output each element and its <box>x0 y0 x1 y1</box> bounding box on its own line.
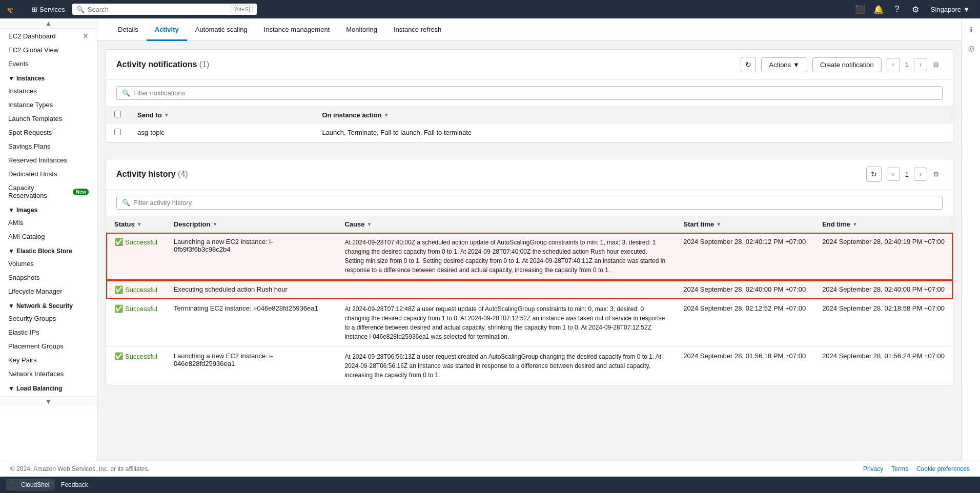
sidebar-item-network-interfaces[interactable]: Network Interfaces <box>0 367 97 381</box>
copyright-text: © 2024, Amazon Web Services, Inc. or its… <box>10 465 150 473</box>
description-cell: Executing scheduled action Rush hour <box>166 280 337 299</box>
region-label: Singapore <box>931 6 961 13</box>
actions-button[interactable]: Actions ▼ <box>761 57 807 72</box>
terms-link[interactable]: Terms <box>891 465 908 473</box>
sidebar-item-events[interactable]: Events <box>0 57 97 71</box>
sidebar-item-elastic-ips[interactable]: Elastic IPs <box>0 325 97 339</box>
footer: © 2024, Amazon Web Services, Inc. or its… <box>0 461 980 477</box>
table-row: ✅SuccessfulLaunching a new EC2 instance:… <box>106 347 953 385</box>
help-icon[interactable]: ? <box>890 2 904 16</box>
on-instance-action-cell: Launch, Terminate, Fail to launch, Fail … <box>314 124 953 142</box>
sidebar-item-instance-types[interactable]: Instance Types <box>0 98 97 112</box>
aws-logo[interactable]: aws <box>6 4 23 14</box>
sidebar-item-ami-catalog[interactable]: AMI Catalog <box>0 230 97 243</box>
start-time-cell: 2024 September 28, 02:40:00 PM +07:00 <box>675 280 814 299</box>
privacy-link[interactable]: Privacy <box>863 465 883 473</box>
tab-instance-refresh[interactable]: Instance refresh <box>385 18 450 41</box>
sidebar-item-ec2-global-view[interactable]: EC2 Global View <box>0 43 97 57</box>
search-input[interactable] <box>88 6 228 13</box>
table-settings-icon[interactable]: ⚙ <box>929 58 943 71</box>
sidebar-item-key-pairs[interactable]: Key Pairs <box>0 353 97 367</box>
description-cell: Launching a new EC2 instance: i-046e828f… <box>166 347 337 385</box>
close-icon[interactable]: ✕ <box>83 32 89 40</box>
sidebar-item-reserved-instances[interactable]: Reserved Instances <box>0 153 97 167</box>
next-page-button[interactable]: › <box>914 58 927 71</box>
sidebar-item-dedicated-hosts[interactable]: Dedicated Hosts <box>0 167 97 181</box>
services-button[interactable]: ⊞ Services <box>29 4 68 15</box>
activity-history-header: Activity history (4) ↻ ‹ 1 › ⚙ <box>106 159 953 190</box>
prev-page-button[interactable]: ‹ <box>887 58 900 71</box>
activity-history-refresh-button[interactable]: ↻ <box>866 167 882 182</box>
sidebar-section-load-balancing[interactable]: ▼ Load Balancing <box>0 381 97 394</box>
table-row: ✅SuccessfulLaunching a new EC2 instance:… <box>106 233 953 280</box>
filter-notifications-input[interactable] <box>133 89 937 97</box>
filter-history-input[interactable] <box>133 199 937 207</box>
history-table: Status ▼ Description ▼ <box>106 216 953 385</box>
sidebar-item-ec2-dashboard[interactable]: EC2 Dashboard ✕ <box>0 29 97 43</box>
sidebar-item-volumes[interactable]: Volumes <box>0 257 97 271</box>
cloudshell-nav-icon[interactable]: ⬛ <box>853 2 867 16</box>
svg-text:aws: aws <box>7 7 13 10</box>
sidebar-scroll-down[interactable]: ▼ <box>0 396 97 406</box>
global-search-bar[interactable]: 🔍 [Alt+S] <box>72 4 257 15</box>
on-instance-action-header: On instance action ▼ <box>314 107 953 124</box>
sidebar-item-snapshots[interactable]: Snapshots <box>0 271 97 284</box>
description-cell: Launching a new EC2 instance: i-0fb9f3f6… <box>166 233 337 280</box>
sidebar-events-label: Events <box>8 60 29 68</box>
page-number: 1 <box>902 171 912 178</box>
sidebar-item-placement-groups[interactable]: Placement Groups <box>0 339 97 353</box>
filter-history-input-container[interactable]: 🔍 <box>116 196 943 210</box>
table-settings-icon[interactable]: ⚙ <box>929 168 943 181</box>
feedback-button[interactable]: Feedback <box>61 481 88 488</box>
region-selector[interactable]: Singapore ▼ <box>927 4 974 15</box>
sidebar-item-launch-templates[interactable]: Launch Templates <box>0 112 97 126</box>
sidebar-ec2-global-view-label: EC2 Global View <box>8 46 58 54</box>
sidebar-item-instances[interactable]: Instances <box>0 84 97 98</box>
notifications-pagination: ‹ 1 › ⚙ <box>887 58 943 71</box>
sort-arrow-icon: ▼ <box>366 221 372 227</box>
info-icon[interactable]: ℹ <box>964 23 978 37</box>
sidebar-item-capacity-reservations[interactable]: Capacity Reservations New <box>0 181 97 202</box>
end-time-cell: 2024 September 28, 02:40:00 PM +07:00 <box>814 280 953 299</box>
tab-instance-management[interactable]: Instance management <box>256 18 338 41</box>
sidebar-section-images[interactable]: ▼ Images <box>0 202 97 216</box>
sidebar-item-savings-plans[interactable]: Savings Plans <box>0 139 97 153</box>
next-page-button[interactable]: › <box>914 168 927 181</box>
select-all-header <box>106 107 129 124</box>
tab-details[interactable]: Details <box>110 18 147 41</box>
tab-automatic-scaling[interactable]: Automatic scaling <box>187 18 256 41</box>
sidebar-section-instances[interactable]: ▼ Instances <box>0 71 97 84</box>
sidebar: ▲ EC2 Dashboard ✕ EC2 Global View Events… <box>0 18 97 461</box>
sort-arrow-icon: ▼ <box>137 221 142 227</box>
table-row: ✅SuccessfulTerminating EC2 instance: i-0… <box>106 299 953 347</box>
cookie-preferences-link[interactable]: Cookie preferences <box>916 465 970 473</box>
start-time-cell: 2024 September 28, 02:40:12 PM +07:00 <box>675 233 814 280</box>
bottom-bar: ⬛ CloudShell Feedback <box>0 477 980 493</box>
activity-notifications-panel: Activity notifications (1) ↻ Actions ▼ C… <box>106 49 953 142</box>
sidebar-section-network-security[interactable]: ▼ Network & Security <box>0 298 97 312</box>
bell-icon[interactable]: 🔔 <box>871 2 886 16</box>
select-all-checkbox[interactable] <box>114 111 121 117</box>
right-panel-icons: ℹ ◎ <box>962 18 980 461</box>
activity-notifications-refresh-button[interactable]: ↻ <box>741 57 756 72</box>
sidebar-item-lifecycle-manager[interactable]: Lifecycle Manager <box>0 284 97 298</box>
tab-monitoring[interactable]: Monitoring <box>338 18 385 41</box>
sidebar-scroll-up[interactable]: ▲ <box>0 18 97 29</box>
tab-activity[interactable]: Activity <box>147 18 187 41</box>
location-icon[interactable]: ◎ <box>964 41 978 55</box>
sidebar-section-ebs[interactable]: ▼ Elastic Block Store <box>0 243 97 257</box>
cause-header: Cause ▼ <box>336 216 675 233</box>
prev-page-button[interactable]: ‹ <box>887 168 900 181</box>
chevron-down-icon: ▼ <box>8 248 14 255</box>
settings-icon[interactable]: ⚙ <box>908 2 923 16</box>
sidebar-section-images-label: Images <box>16 207 37 214</box>
filter-notifications-input-container[interactable]: 🔍 <box>116 86 943 100</box>
sidebar-item-security-groups[interactable]: Security Groups <box>0 312 97 325</box>
row-checkbox[interactable] <box>114 129 121 135</box>
cloudshell-button[interactable]: ⬛ CloudShell <box>6 479 55 490</box>
table-row: ✅SuccessfulExecuting scheduled action Ru… <box>106 280 953 299</box>
chevron-down-icon: ▼ <box>8 302 14 310</box>
sidebar-item-amis[interactable]: AMIs <box>0 216 97 230</box>
sidebar-item-spot-requests[interactable]: Spot Requests <box>0 126 97 139</box>
create-notification-button[interactable]: Create notification <box>812 57 882 72</box>
